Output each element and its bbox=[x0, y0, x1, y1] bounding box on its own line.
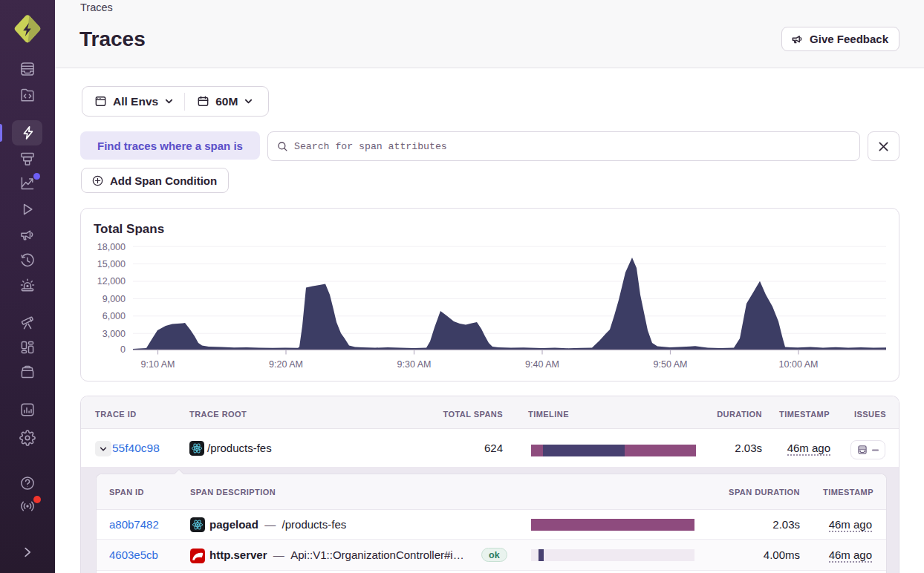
svg-text:12,000: 12,000 bbox=[97, 276, 126, 286]
svg-text:9:30 AM: 9:30 AM bbox=[397, 359, 432, 370]
svg-text:15,000: 15,000 bbox=[97, 259, 126, 269]
svg-text:9:50 AM: 9:50 AM bbox=[654, 359, 688, 370]
svg-text:9:20 AM: 9:20 AM bbox=[269, 359, 303, 370]
svg-text:10:00 AM: 10:00 AM bbox=[779, 359, 819, 370]
svg-text:9:10 AM: 9:10 AM bbox=[141, 359, 175, 370]
svg-text:9:40 AM: 9:40 AM bbox=[525, 359, 559, 370]
svg-text:18,000: 18,000 bbox=[97, 242, 126, 252]
svg-text:0: 0 bbox=[120, 344, 126, 355]
svg-text:3,000: 3,000 bbox=[103, 329, 126, 339]
svg-text:9,000: 9,000 bbox=[103, 294, 126, 304]
svg-text:6,000: 6,000 bbox=[103, 311, 126, 321]
